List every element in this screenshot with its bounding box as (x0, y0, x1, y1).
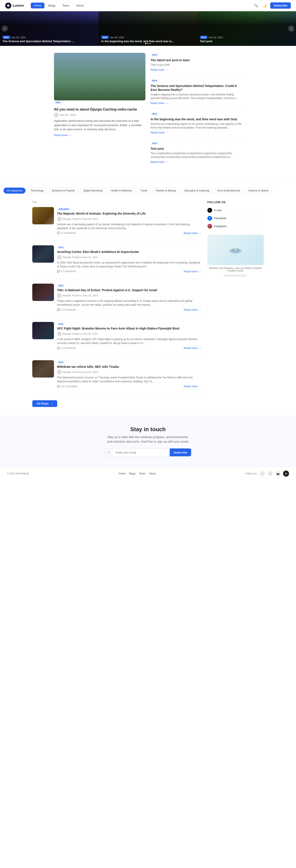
search-button[interactable]: 🔍 (253, 3, 259, 8)
blog-card-3-body: tech UFC Fight Night: Brandon Moreno to … (57, 322, 201, 350)
featured-left-image (54, 53, 145, 100)
sidebar-ad-text: Students and Teachers, save up to 60% on… (207, 265, 264, 274)
sidebar-ad-image (207, 235, 264, 265)
featured-left-excerpt: Application performance tuning and decre… (54, 119, 145, 131)
slide-2-tag: tech (101, 36, 109, 39)
blog-card-0-tag: education (57, 208, 71, 211)
hero-dot-1[interactable] (145, 43, 146, 44)
footer-facebook-icon[interactable]: f (260, 471, 265, 476)
footer-team[interactable]: Team (139, 472, 145, 475)
social-facebook[interactable]: f Facebook (207, 214, 264, 222)
blog-card-2-avatar (57, 293, 62, 298)
social-instagram[interactable]: 📷 Instagram (207, 222, 264, 230)
right-post-2-tag: tech (151, 112, 159, 116)
blog-card-4-image (32, 360, 54, 377)
dark-mode-button[interactable]: 🌙 (262, 3, 268, 8)
nav-home[interactable]: Home (31, 3, 45, 8)
right-post-1: tech The Science and Speculation Behind … (151, 79, 242, 108)
blog-card-0-date: Posted on Nov 02, 2024 (72, 218, 98, 220)
footer-links: Home Blogs Team About (119, 472, 156, 475)
blog-card-2: tech Title: A National Day of Action: Pr… (32, 284, 201, 317)
featured-left-read-more[interactable]: Read more → (54, 133, 72, 137)
footer-instagram-icon[interactable]: 📷 (275, 471, 281, 476)
hero-dot-2[interactable] (147, 43, 149, 44)
right-post-1-read-more[interactable]: Read more → (151, 101, 168, 105)
facebook-icon: f (207, 216, 212, 221)
nav-blogs[interactable]: Blogs (45, 3, 58, 8)
blog-card-1-footer: 💬 5 Comments Read more → (57, 270, 201, 273)
hero-slide-2: tech Nov 05, 2024 In the beginning was t… (99, 11, 197, 46)
cat-art-entertainment[interactable]: Art & Entertainment (214, 188, 243, 194)
social-x[interactable]: 𝕏 X.com (207, 207, 264, 214)
blog-card-0-read-more[interactable]: Read more → (184, 231, 201, 235)
right-post-1-title: The Science and Speculation Behind Telep… (151, 84, 242, 92)
hero-prev-button[interactable]: ‹ (2, 26, 8, 32)
footer-x-icon[interactable]: 𝕏 (267, 471, 273, 476)
blog-card-2-body: tech Title: A National Day of Action: Pr… (57, 284, 201, 311)
blog-card-3-date: Posted on Nov 02, 2024 (72, 333, 98, 335)
email-icon: ✉ (105, 448, 113, 456)
x-label: X.com (214, 209, 222, 212)
blog-card-3-read-more[interactable]: Read more → (184, 346, 201, 350)
footer-home[interactable]: Home (119, 472, 126, 475)
blog-card-1-read-more[interactable]: Read more → (184, 270, 201, 273)
blog-card-4-excerpt: The National Economic Council, on Thursd… (57, 376, 201, 383)
blog-card-2-image (32, 284, 54, 301)
slide-1-title: The Science and Speculation Behind Telep… (3, 39, 96, 43)
blog-card-2-meta: Akolade Posted on Nov 02, 2024 (57, 293, 201, 298)
blog-card-1-body: tech Unveiling Cortex: Elon Musk's Ambit… (57, 245, 201, 273)
blog-card-0-meta: Akolade Posted on Nov 02, 2024 (57, 217, 201, 221)
stay-subscribe-button[interactable]: Subscribe (170, 448, 191, 456)
blog-card-1-comments: 💬 5 Comments (57, 270, 76, 273)
hero-slide-1: tech Nov 03, 2024 The Science and Specul… (0, 11, 99, 46)
nav-team[interactable]: Team (59, 3, 72, 8)
cat-all[interactable]: All categories (3, 188, 26, 194)
slide-1-tag: tech (3, 36, 10, 39)
right-post-3-read-more[interactable]: Read more → (151, 160, 168, 163)
cat-science-nature[interactable]: Science & Nature (245, 188, 272, 194)
blog-card-0-title: The Majestic World of Animals: Exploring… (57, 212, 201, 216)
blog-card-4-read-more[interactable]: Read more → (184, 385, 201, 388)
footer-blogs[interactable]: Blogs (129, 472, 136, 475)
all-posts-button[interactable]: All Posts → (32, 400, 57, 407)
hero-next-button[interactable]: › (288, 26, 294, 32)
cat-fashion-beauty[interactable]: Fashion & Beauty (152, 188, 180, 194)
slide-2-date: Nov 05, 2024 (110, 36, 124, 39)
facebook-label: Facebook (214, 217, 226, 220)
cat-travel[interactable]: Travel (137, 188, 151, 194)
right-post-2-excerpt: Animals are a fascinating aspect of our … (151, 122, 242, 130)
email-input[interactable] (113, 448, 170, 456)
cat-health-wellness[interactable]: Health & Wellness (107, 188, 135, 194)
comment-icon-1: 💬 (57, 270, 60, 273)
navbar: Lumen Home Blogs Team About 🔍 🌙 Subscrib… (0, 0, 296, 11)
right-post-0: tech The latest test post in town This i… (151, 53, 242, 75)
hero-dot-3[interactable] (150, 43, 151, 44)
blog-card-1-date: Posted on Nov 02, 2024 (72, 256, 98, 258)
comment-icon-3: 💬 (57, 347, 60, 350)
blog-card-2-footer: 💬 3 Comments Read more → (57, 308, 201, 311)
cat-technology[interactable]: Technology (27, 188, 47, 194)
footer-about[interactable]: About (149, 472, 156, 475)
stay-in-touch-form: ✉ Subscribe (105, 448, 191, 457)
blog-card-4-comments: 💬 16 Comments (57, 385, 77, 388)
nav-about[interactable]: About (73, 3, 86, 8)
right-post-0-read-more[interactable]: Read more → (151, 68, 168, 71)
logo[interactable]: Lumen (5, 3, 24, 9)
subscribe-button[interactable]: Subscribe (270, 2, 291, 9)
footer-social: Follow Us: f 𝕏 📷 A (245, 471, 289, 476)
cat-digital-marketing[interactable]: Digital Marketing (80, 188, 106, 194)
stay-in-touch-subtitle: Stay up to date with the roadmap progres… (105, 435, 191, 444)
blog-list-top-label: Top (32, 200, 201, 204)
blog-card-2-read-more[interactable]: Read more → (184, 308, 201, 311)
right-post-2-read-more[interactable]: Read more → (151, 131, 168, 134)
blog-card-2-comments: 💬 3 Comments (57, 308, 76, 311)
featured-left-post: tech All you need to about Django Cachin… (54, 53, 145, 166)
blog-card-3-title: UFC Fight Night: Brandon Moreno to Face … (57, 327, 201, 330)
right-post-3-excerpt: Test contentsTest contentsTest contentsT… (151, 152, 242, 159)
blog-card-3-author: Akolade (63, 333, 71, 335)
stay-in-touch-title: Stay in touch (3, 426, 293, 433)
blog-card-3-meta: Akolade Posted on Nov 02, 2024 (57, 332, 201, 336)
cat-education-learning[interactable]: Education & Learning (181, 188, 213, 194)
footer-avatar[interactable]: A (283, 471, 289, 476)
cat-business-finance[interactable]: Business & Finance (49, 188, 78, 194)
